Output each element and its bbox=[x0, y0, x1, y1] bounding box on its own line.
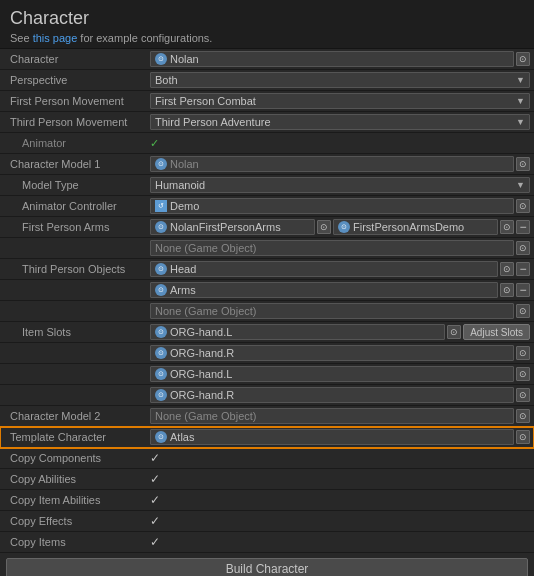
character-inspector: Character See this page for example conf… bbox=[0, 0, 534, 576]
character-field[interactable]: ⊙ Nolan bbox=[150, 51, 514, 67]
third-person-objects-arms-pick[interactable]: ⊙ bbox=[500, 283, 514, 297]
third-person-objects-none-pick[interactable]: ⊙ bbox=[516, 304, 530, 318]
copy-item-abilities-value-col: ✓ bbox=[150, 491, 534, 509]
animator-controller-value-col: ↺ Demo ⊙ bbox=[150, 197, 534, 215]
first-person-movement-value: First Person Combat bbox=[155, 95, 256, 107]
header: Character See this page for example conf… bbox=[0, 0, 534, 48]
first-person-arms-icon-1: ⊙ bbox=[155, 221, 167, 233]
first-person-movement-dropdown[interactable]: First Person Combat ▼ bbox=[150, 93, 530, 109]
template-character-value: Atlas bbox=[170, 431, 194, 443]
copy-abilities-check: ✓ bbox=[150, 472, 160, 486]
third-person-objects-head-icon: ⊙ bbox=[155, 263, 167, 275]
hint-link[interactable]: this page bbox=[33, 32, 78, 44]
item-slot-2-field[interactable]: ⊙ ORG-hand.R bbox=[150, 345, 514, 361]
third-person-objects-arms-field[interactable]: ⊙ Arms bbox=[150, 282, 498, 298]
item-slots-row-3: ⊙ ORG-hand.L ⊙ bbox=[0, 364, 534, 385]
first-person-movement-row: First Person Movement First Person Comba… bbox=[0, 91, 534, 112]
first-person-movement-value-col: First Person Combat ▼ bbox=[150, 92, 534, 110]
item-slot-3-field[interactable]: ⊙ ORG-hand.L bbox=[150, 366, 514, 382]
animator-controller-pick-btn[interactable]: ⊙ bbox=[516, 199, 530, 213]
animator-controller-value: Demo bbox=[170, 200, 199, 212]
character-model-1-pick-btn[interactable]: ⊙ bbox=[516, 157, 530, 171]
character-model-2-label: Character Model 2 bbox=[0, 410, 150, 422]
character-model-1-label: Character Model 1 bbox=[0, 158, 150, 170]
item-slot-3-pick[interactable]: ⊙ bbox=[516, 367, 530, 381]
third-person-objects-head-pick[interactable]: ⊙ bbox=[500, 262, 514, 276]
item-slots-label: Item Slots bbox=[0, 326, 150, 338]
copy-effects-label: Copy Effects bbox=[0, 515, 150, 527]
copy-components-check: ✓ bbox=[150, 451, 160, 465]
first-person-arms-pick-1[interactable]: ⊙ bbox=[317, 220, 331, 234]
item-slot-4-pick[interactable]: ⊙ bbox=[516, 388, 530, 402]
first-person-arms-field-2[interactable]: ⊙ FirstPersonArmsDemo bbox=[333, 219, 498, 235]
template-character-value-col: ⊙ Atlas ⊙ bbox=[150, 428, 534, 446]
build-character-button[interactable]: Build Character bbox=[6, 558, 528, 576]
hint-text: See this page for example configurations… bbox=[10, 32, 524, 44]
copy-effects-check: ✓ bbox=[150, 514, 160, 528]
first-person-arms-minus-btn[interactable]: − bbox=[516, 220, 530, 234]
first-person-arms-field-1[interactable]: ⊙ NolanFirstPersonArms bbox=[150, 219, 315, 235]
hint-prefix: See bbox=[10, 32, 33, 44]
item-slots-row-2: ⊙ ORG-hand.R ⊙ bbox=[0, 343, 534, 364]
item-slot-3-value: ORG-hand.L bbox=[170, 368, 232, 380]
copy-item-abilities-check: ✓ bbox=[150, 493, 160, 507]
character-model-1-row: Character Model 1 ⊙ Nolan ⊙ bbox=[0, 154, 534, 175]
item-slots-row-4: ⊙ ORG-hand.R ⊙ bbox=[0, 385, 534, 406]
copy-components-value-col: ✓ bbox=[150, 449, 534, 467]
third-person-objects-head-value: Head bbox=[170, 263, 196, 275]
character-model-1-value-col: ⊙ Nolan ⊙ bbox=[150, 155, 534, 173]
first-person-arms-value-1: NolanFirstPersonArms bbox=[170, 221, 281, 233]
third-person-objects-head-field[interactable]: ⊙ Head bbox=[150, 261, 498, 277]
character-model-2-value: None (Game Object) bbox=[155, 410, 256, 422]
animator-controller-icon: ↺ bbox=[155, 200, 167, 212]
model-type-dropdown[interactable]: Humanoid ▼ bbox=[150, 177, 530, 193]
character-icon: ⊙ bbox=[155, 53, 167, 65]
model-type-arrow: ▼ bbox=[516, 180, 525, 190]
item-slot-2-pick[interactable]: ⊙ bbox=[516, 346, 530, 360]
third-person-objects-head-minus[interactable]: − bbox=[516, 262, 530, 276]
first-person-movement-label: First Person Movement bbox=[0, 95, 150, 107]
third-person-objects-arms-value: Arms bbox=[170, 284, 196, 296]
copy-abilities-value-col: ✓ bbox=[150, 470, 534, 488]
perspective-row: Perspective Both ▼ bbox=[0, 70, 534, 91]
first-person-arms-none-pick[interactable]: ⊙ bbox=[516, 241, 530, 255]
item-slots-col-1: ⊙ ORG-hand.L ⊙ Adjust Slots bbox=[150, 323, 534, 341]
first-person-arms-none-field[interactable]: None (Game Object) bbox=[150, 240, 514, 256]
animator-value-col: ✓ bbox=[150, 134, 534, 152]
third-person-objects-none-field[interactable]: None (Game Object) bbox=[150, 303, 514, 319]
third-person-movement-value-col: Third Person Adventure ▼ bbox=[150, 113, 534, 131]
adjust-slots-button[interactable]: Adjust Slots bbox=[463, 324, 530, 340]
third-person-objects-arms-icon: ⊙ bbox=[155, 284, 167, 296]
item-slots-col-3: ⊙ ORG-hand.L ⊙ bbox=[150, 365, 534, 383]
third-person-objects-none-row: None (Game Object) ⊙ bbox=[0, 301, 534, 322]
character-model-1-icon: ⊙ bbox=[155, 158, 167, 170]
template-character-pick[interactable]: ⊙ bbox=[516, 430, 530, 444]
copy-components-row: Copy Components ✓ bbox=[0, 448, 534, 469]
character-pick-btn[interactable]: ⊙ bbox=[516, 52, 530, 66]
character-model-2-field[interactable]: None (Game Object) bbox=[150, 408, 514, 424]
first-person-arms-icon-2: ⊙ bbox=[338, 221, 350, 233]
character-label: Character bbox=[0, 53, 150, 65]
animator-controller-field[interactable]: ↺ Demo bbox=[150, 198, 514, 214]
third-person-movement-dropdown[interactable]: Third Person Adventure ▼ bbox=[150, 114, 530, 130]
animator-check-icon: ✓ bbox=[150, 137, 159, 150]
character-model-2-pick[interactable]: ⊙ bbox=[516, 409, 530, 423]
perspective-dropdown[interactable]: Both ▼ bbox=[150, 72, 530, 88]
model-type-row: Model Type Humanoid ▼ bbox=[0, 175, 534, 196]
animator-label: Animator bbox=[0, 137, 150, 149]
character-model-1-value: Nolan bbox=[170, 158, 199, 170]
character-model-1-field[interactable]: ⊙ Nolan bbox=[150, 156, 514, 172]
copy-effects-value-col: ✓ bbox=[150, 512, 534, 530]
item-slot-1-field[interactable]: ⊙ ORG-hand.L bbox=[150, 324, 445, 340]
item-slot-1-pick[interactable]: ⊙ bbox=[447, 325, 461, 339]
third-person-movement-label: Third Person Movement bbox=[0, 116, 150, 128]
item-slots-col-2: ⊙ ORG-hand.R ⊙ bbox=[150, 344, 534, 362]
third-person-objects-arms-minus[interactable]: − bbox=[516, 283, 530, 297]
item-slots-row-1: Item Slots ⊙ ORG-hand.L ⊙ Adjust Slots bbox=[0, 322, 534, 343]
item-slot-4-field[interactable]: ⊙ ORG-hand.R bbox=[150, 387, 514, 403]
model-type-label: Model Type bbox=[0, 179, 150, 191]
hint-suffix: for example configurations. bbox=[77, 32, 212, 44]
first-person-arms-pick-2[interactable]: ⊙ bbox=[500, 220, 514, 234]
item-slot-1-icon: ⊙ bbox=[155, 326, 167, 338]
template-character-field[interactable]: ⊙ Atlas bbox=[150, 429, 514, 445]
